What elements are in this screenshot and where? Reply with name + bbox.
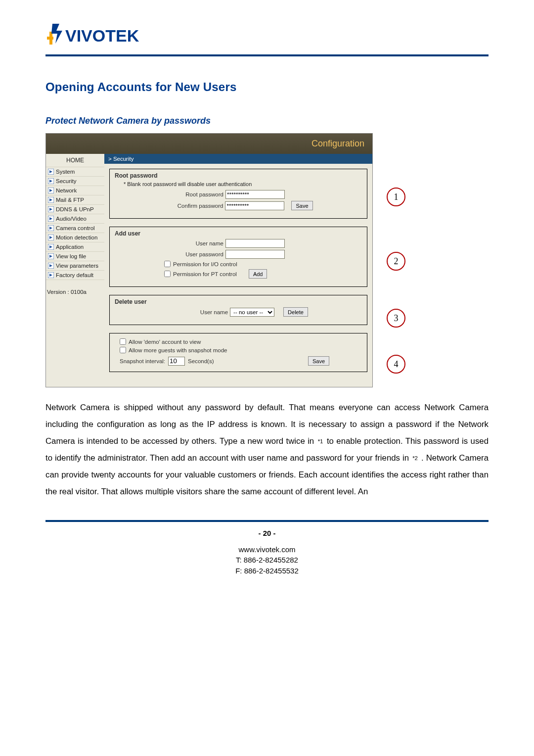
arrow-right-icon [48, 216, 54, 222]
confirm-pw-label: Confirm password [164, 203, 223, 209]
add-user-panel: Add user User name User password Permiss… [109, 227, 367, 287]
arrow-right-icon [48, 225, 54, 231]
sidebar-item-view-parameters[interactable]: View parameters [46, 261, 104, 271]
sidebar-item-label: Motion detection [56, 235, 97, 240]
sidebar-item-label: Camera control [56, 225, 95, 231]
root-pw-label: Root password [164, 191, 223, 197]
add-userpw-input[interactable] [225, 250, 285, 259]
perm-io-checkbox[interactable] [164, 261, 171, 267]
sidebar-item-audio-video[interactable]: Audio/Video [46, 214, 104, 224]
allow-demo-label: Allow 'demo' account to view [129, 339, 201, 345]
perm-pt-label: Permission for PT control [173, 271, 237, 277]
add-button[interactable]: Add [249, 269, 267, 279]
brand-logo: VIVOTEK [45, 22, 489, 47]
body-paragraph: Network Camera is shipped without any pa… [45, 399, 489, 500]
section-title: Opening Accounts for New Users [45, 80, 489, 94]
confirm-pw-input[interactable] [225, 201, 284, 210]
demo-guest-panel: Allow 'demo' account to view Allow more … [109, 333, 367, 372]
root-password-panel: Root password * Blank root password will… [109, 169, 367, 219]
sidebar-item-label: View log file [56, 253, 86, 259]
delete-user-select[interactable]: -- no user -- [230, 308, 274, 317]
callout-2: 2 [387, 252, 405, 271]
add-user-title: Add user [115, 230, 362, 237]
root-password-note: * Blank root password will disable user … [124, 181, 362, 187]
delete-user-title: Delete user [115, 298, 362, 305]
callout-1: 1 [387, 188, 405, 206]
arrow-right-icon [48, 253, 54, 259]
sidebar-item-ddns-upnp[interactable]: DDNS & UPnP [46, 205, 104, 214]
config-sidebar: HOME SystemSecurityNetworkMail & FTPDDNS… [46, 154, 104, 387]
breadcrumb: > Security [104, 154, 372, 164]
config-screenshot: Configuration HOME SystemSecurityNetwork… [45, 133, 489, 387]
sidebar-item-label: View parameters [56, 263, 98, 269]
arrow-right-icon [48, 188, 54, 193]
page-number: - 20 - [45, 529, 489, 537]
footer-info: www.vivotek.com T: 886-2-82455282 F: 886… [45, 544, 489, 576]
sidebar-version: Version : 0100a [46, 280, 104, 297]
save-button-demo[interactable]: Save [308, 356, 329, 366]
root-pw-input[interactable] [225, 190, 285, 199]
sidebar-item-security[interactable]: Security [46, 177, 104, 186]
arrow-right-icon [48, 272, 54, 278]
sidebar-item-mail-ftp[interactable]: Mail & FTP [46, 195, 104, 205]
snapshot-interval-unit: Second(s) [188, 358, 214, 364]
ref-mark-1: *1 [317, 438, 324, 444]
allow-demo-checkbox[interactable] [120, 338, 126, 345]
sidebar-item-label: Factory default [56, 272, 93, 278]
arrow-right-icon [48, 197, 54, 203]
footer-fax: F: 886-2-82455532 [45, 566, 489, 576]
delete-button[interactable]: Delete [283, 307, 308, 317]
sidebar-item-label: Network [56, 188, 77, 193]
sidebar-item-label: Security [56, 178, 77, 184]
footer-tel: T: 886-2-82455282 [45, 555, 489, 566]
sidebar-item-network[interactable]: Network [46, 186, 104, 195]
header-divider [45, 54, 489, 56]
arrow-right-icon [48, 244, 54, 250]
sidebar-item-system[interactable]: System [46, 167, 104, 177]
delete-username-label: User name [169, 309, 228, 315]
callout-3: 3 [387, 309, 405, 328]
arrow-right-icon [48, 169, 54, 175]
arrow-right-icon [48, 235, 54, 240]
arrow-right-icon [48, 206, 54, 212]
add-username-label: User name [164, 240, 223, 246]
callout-4: 4 [387, 355, 405, 374]
ref-mark-2: *2 [411, 455, 419, 461]
sidebar-item-view-log-file[interactable]: View log file [46, 252, 104, 261]
sidebar-item-label: Mail & FTP [56, 197, 84, 203]
perm-io-label: Permission for I/O control [173, 261, 237, 267]
snapshot-interval-input[interactable] [168, 357, 185, 366]
allow-guests-checkbox[interactable] [120, 347, 126, 353]
sidebar-item-home[interactable]: HOME [46, 154, 104, 167]
sidebar-item-label: System [56, 169, 75, 175]
logo-text: VIVOTEK [65, 26, 139, 45]
root-password-title: Root password [115, 172, 362, 179]
allow-guests-label: Allow more guests with snapshot mode [129, 347, 227, 353]
arrow-right-icon [48, 263, 54, 269]
arrow-right-icon [48, 178, 54, 184]
delete-user-panel: Delete user User name -- no user -- Dele… [109, 295, 367, 325]
sidebar-item-camera-control[interactable]: Camera control [46, 224, 104, 233]
subsection-title: Protect Network Camera by passwords [45, 116, 489, 126]
add-userpw-label: User password [164, 251, 223, 257]
add-username-input[interactable] [225, 239, 285, 248]
sidebar-item-factory-default[interactable]: Factory default [46, 271, 104, 280]
sidebar-item-label: Application [56, 244, 84, 250]
sidebar-item-label: DDNS & UPnP [56, 206, 94, 212]
sidebar-item-motion-detection[interactable]: Motion detection [46, 233, 104, 242]
sidebar-item-label: Audio/Video [56, 216, 87, 222]
callouts-column: 1 2 3 4 [373, 133, 432, 387]
perm-pt-checkbox[interactable] [164, 271, 171, 277]
config-header-title: Configuration [46, 134, 372, 154]
footer-url: www.vivotek.com [45, 544, 489, 555]
footer-divider [45, 520, 489, 522]
sidebar-item-application[interactable]: Application [46, 242, 104, 252]
save-button-root[interactable]: Save [291, 201, 312, 210]
snapshot-interval-label: Snapshot interval: [120, 358, 165, 364]
